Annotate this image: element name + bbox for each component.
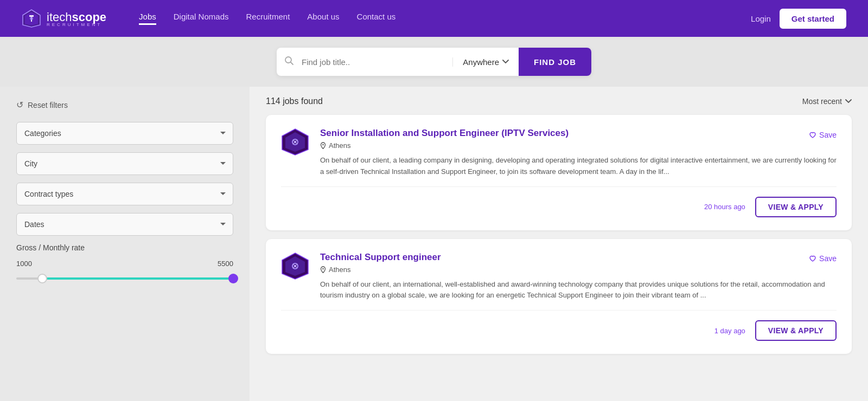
search-area: Anywhere FIND JOB (0, 37, 868, 87)
sort-label: Most recent (802, 97, 842, 106)
city-select[interactable]: City (16, 152, 233, 175)
location-icon (320, 142, 326, 149)
job-header-row: Technical Support engineer Save (320, 252, 837, 266)
reset-filters-button[interactable]: ↺ Reset filters (16, 100, 233, 110)
svg-point-2 (30, 17, 33, 20)
job-location-text-0: Athens (329, 141, 350, 150)
range-min-value: 1000 (16, 260, 32, 268)
heart-icon (809, 255, 816, 262)
nav-right: Login Get started (751, 9, 846, 29)
job-location-text-1: Athens (329, 266, 350, 274)
job-location-1: Athens (320, 266, 837, 274)
save-button-1[interactable]: Save (809, 254, 837, 263)
job-title-1[interactable]: Technical Support engineer (320, 252, 441, 263)
job-title[interactable]: Senior Installation and Support Engineer… (320, 128, 569, 139)
login-link[interactable]: Login (751, 14, 771, 23)
jobs-found-count: 114 jobs found (266, 96, 323, 106)
nav-contact[interactable]: Contact us (357, 12, 396, 25)
svg-line-4 (291, 62, 293, 64)
range-values: 1000 5500 (16, 260, 233, 268)
svg-point-14 (322, 268, 324, 269)
range-thumb-left[interactable] (37, 274, 47, 283)
find-job-button[interactable]: FIND JOB (519, 48, 591, 76)
job-location-0: Athens (320, 141, 837, 150)
nav-about[interactable]: About us (307, 12, 339, 25)
sort-chevron-icon (845, 99, 852, 104)
job-card-bottom-0: 20 hours ago VIEW & APPLY (281, 197, 837, 217)
chevron-down-icon (502, 60, 509, 64)
get-started-button[interactable]: Get started (780, 9, 846, 29)
save-label-1: Save (819, 254, 837, 263)
main-layout: ↺ Reset filters Categories City Contract… (0, 87, 868, 401)
job-card: Senior Installation and Support Engineer… (266, 115, 852, 230)
search-icon (277, 56, 302, 68)
sidebar: ↺ Reset filters Categories City Contract… (0, 87, 250, 401)
location-value: Anywhere (463, 57, 499, 67)
navbar: itechscope RECRUITMENT Jobs Digital Noma… (0, 0, 868, 37)
nav-jobs[interactable]: Jobs (139, 12, 156, 25)
job-info: Senior Installation and Support Engineer… (320, 128, 837, 178)
nav-digital-nomads[interactable]: Digital Nomads (174, 12, 229, 25)
reset-icon: ↺ (16, 100, 23, 110)
range-slider[interactable] (16, 273, 233, 284)
company-logo (281, 128, 309, 156)
contract-types-select[interactable]: Contract types (16, 183, 233, 205)
nav-links: Jobs Digital Nomads Recruitment About us… (139, 12, 751, 25)
search-input[interactable] (302, 50, 452, 74)
job-card-top: Senior Installation and Support Engineer… (281, 128, 837, 178)
save-button-0[interactable]: Save (809, 131, 837, 139)
range-max-value: 5500 (218, 260, 233, 268)
reset-filters-label: Reset filters (28, 101, 68, 109)
dates-select[interactable]: Dates (16, 213, 233, 236)
svg-point-9 (322, 144, 324, 146)
heart-icon (809, 131, 816, 139)
job-card-bottom-1: 1 day ago VIEW & APPLY (281, 320, 837, 341)
search-box: Anywhere FIND JOB (277, 48, 591, 76)
gross-monthly-label: Gross / Monthly rate (16, 243, 233, 252)
company-logo (281, 252, 309, 280)
nav-recruitment[interactable]: Recruitment (246, 12, 290, 25)
range-fill (42, 277, 233, 280)
location-dropdown[interactable]: Anywhere (452, 57, 519, 67)
sort-dropdown[interactable]: Most recent (802, 97, 852, 106)
card-divider (281, 310, 837, 311)
logo-icon (22, 9, 41, 28)
time-ago-0: 20 hours ago (704, 203, 745, 211)
save-label-0: Save (819, 131, 837, 139)
view-apply-button-0[interactable]: VIEW & APPLY (755, 197, 837, 217)
job-description-1: On behalf of our client, an internationa… (320, 279, 837, 302)
results-header: 114 jobs found Most recent (266, 87, 852, 115)
logo-sub: RECRUITMENT (47, 22, 106, 27)
job-header-row: Senior Installation and Support Engineer… (320, 128, 837, 141)
job-card-top: Technical Support engineer Save Athens O… (281, 252, 837, 302)
results-area: 114 jobs found Most recent Senior Instal… (250, 87, 868, 401)
card-divider (281, 186, 837, 187)
view-apply-button-1[interactable]: VIEW & APPLY (755, 320, 837, 341)
logo: itechscope RECRUITMENT (22, 9, 106, 28)
job-info: Technical Support engineer Save Athens O… (320, 252, 837, 302)
logo-text: itechscope RECRUITMENT (47, 10, 106, 27)
location-icon (320, 266, 326, 273)
range-thumb-right[interactable] (228, 274, 238, 283)
range-track (16, 277, 233, 280)
job-card: Technical Support engineer Save Athens O… (266, 239, 852, 354)
time-ago-1: 1 day ago (714, 327, 745, 335)
categories-select[interactable]: Categories (16, 122, 233, 145)
job-description-0: On behalf of our client, a leading compa… (320, 155, 837, 178)
